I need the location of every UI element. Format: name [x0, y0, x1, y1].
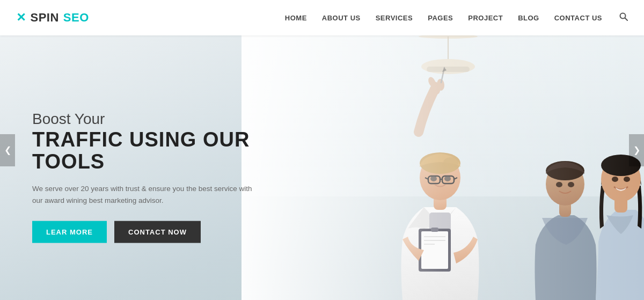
slider-arrow-left[interactable]: ❮ [0, 134, 15, 166]
nav-link-home[interactable]: HOME [285, 14, 307, 22]
logo-spin-text: SPIN [31, 11, 59, 25]
nav-item-pages[interactable]: PAGES [428, 13, 453, 23]
search-icon[interactable] [619, 13, 628, 23]
nav-item-about[interactable]: ABOUT US [322, 13, 361, 23]
hero-title: TRAFFIC USING OUR TOOLS [32, 128, 311, 173]
nav-item-contact[interactable]: CONTACT US [554, 13, 602, 23]
learn-more-button[interactable]: LEAR MORE [32, 221, 107, 243]
logo[interactable]: ✕ SPIN SEO [16, 11, 89, 25]
contact-now-button[interactable]: CONTACT NOW [114, 221, 201, 243]
nav-link-about[interactable]: ABOUT US [322, 14, 361, 22]
nav-links: HOME ABOUT US SERVICES PAGES PROJECT BLO… [285, 12, 628, 23]
nav-item-search[interactable] [617, 12, 628, 23]
hero-subtitle: Boost Your [32, 110, 311, 127]
nav-item-services[interactable]: SERVICES [376, 13, 413, 23]
slider-arrow-right[interactable]: ❯ [629, 134, 644, 166]
navbar: ✕ SPIN SEO HOME ABOUT US SERVICES PAGES … [0, 0, 644, 35]
logo-seo-text: SEO [63, 11, 89, 25]
hero-buttons: LEAR MORE CONTACT NOW [32, 221, 311, 243]
logo-icon: ✕ [16, 11, 26, 25]
nav-link-services[interactable]: SERVICES [376, 14, 413, 22]
hero-content: Boost Your TRAFFIC USING OUR TOOLS We se… [32, 110, 311, 243]
nav-item-home[interactable]: HOME [285, 13, 307, 23]
nav-link-project[interactable]: PROJECT [468, 14, 503, 22]
nav-item-project[interactable]: PROJECT [468, 13, 503, 23]
nav-link-pages[interactable]: PAGES [428, 14, 453, 22]
nav-item-blog[interactable]: BLOG [518, 13, 539, 23]
nav-link-contact[interactable]: CONTACT US [554, 14, 602, 22]
chevron-left-icon: ❮ [4, 145, 11, 155]
hero-description: We serve over 20 years with trust & ensu… [32, 183, 258, 206]
chevron-right-icon: ❯ [633, 145, 640, 155]
svg-line-42 [625, 18, 628, 21]
nav-link-blog[interactable]: BLOG [518, 14, 539, 22]
